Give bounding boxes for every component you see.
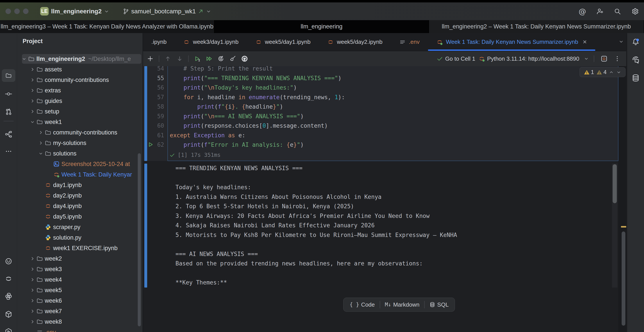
chevron-right-icon[interactable] (28, 67, 36, 72)
tree-folder-solutions[interactable]: solutions (17, 148, 142, 159)
tree-file-day2.ipynb[interactable]: day2.ipynb (17, 190, 142, 201)
tree-file-day5.ipynb[interactable]: day5.ipynb (17, 211, 142, 222)
chevron-right-icon[interactable] (28, 277, 36, 283)
window-controls[interactable] (6, 8, 28, 14)
chevron-right-icon[interactable] (28, 98, 36, 104)
chevron-right-icon[interactable] (28, 308, 36, 314)
settings-icon[interactable] (631, 7, 639, 15)
tree-folder-community-contributions[interactable]: community-contributions (17, 75, 142, 85)
run-cell-button[interactable] (192, 54, 202, 64)
tree-folder-week1[interactable]: week1 (17, 117, 142, 127)
tree-file-solution.py[interactable]: solution.py (17, 232, 142, 243)
editor-tab-week3/day1.ipynb[interactable]: week3/day1.ipynb (175, 33, 247, 51)
tree-folder-setup[interactable]: setup (17, 106, 142, 117)
ai-chat-icon[interactable] (632, 56, 640, 64)
project-badge[interactable]: LE (40, 7, 49, 15)
window-tab-2[interactable]: llm_engineering (214, 20, 429, 33)
add-user-icon[interactable] (596, 8, 604, 15)
chevron-down-icon[interactable] (20, 56, 28, 62)
chevron-right-icon[interactable] (28, 298, 36, 304)
chevron-down-icon[interactable] (37, 151, 45, 156)
chevron-right-icon[interactable] (37, 130, 45, 135)
chevron-right-icon[interactable] (28, 256, 36, 262)
editor-scrollbar-thumb[interactable] (622, 231, 625, 326)
tree-folder-community-contributions[interactable]: community-contributions (17, 127, 142, 138)
tree-folder-llm_engineering2[interactable]: llm_engineering2~/Desktop/llm_e (17, 54, 142, 64)
tree-scrollbar-thumb[interactable] (138, 153, 141, 326)
tree-folder-week6[interactable]: week6 (17, 295, 142, 306)
minimize-window-button[interactable] (14, 8, 20, 14)
chevron-right-icon[interactable] (28, 287, 36, 293)
code-editor[interactable]: # Step 5: Print the result print("=== TR… (170, 66, 345, 150)
notifications-icon[interactable] (632, 38, 640, 46)
chevron-right-icon[interactable] (28, 109, 36, 114)
kernel-selector[interactable]: Python 3.11.14: http://localhost:8890 (478, 55, 589, 62)
strip-pull-request-button[interactable] (2, 106, 15, 118)
add-cell-button[interactable] (145, 54, 155, 64)
editor-tab-.env[interactable]: .env (391, 33, 428, 51)
next-warning-icon[interactable] (616, 70, 622, 75)
chevron-right-icon[interactable] (28, 319, 36, 325)
editor-tab-Week 1 Task: Daily Kenyan News Summarizer.ipynb[interactable]: Week 1 Task: Daily Kenyan News Summarize… (428, 33, 595, 51)
database-icon[interactable] (632, 74, 640, 82)
add-code-cell-button[interactable]: { }Code (345, 298, 380, 312)
warning-stripe-mark[interactable] (621, 226, 626, 228)
tree-folder-guides[interactable]: guides (17, 96, 142, 106)
tree-file-Screenshot 2025-10-24 at[interactable]: Screenshot 2025-10-24 at (17, 159, 142, 169)
tree-folder-week2[interactable]: week2 (17, 253, 142, 264)
chevron-right-icon[interactable] (28, 77, 36, 83)
arrow-down-button[interactable] (174, 54, 185, 64)
tree-file-day4.ipynb[interactable]: day4.ipynb (17, 201, 142, 211)
restart-kernel-button[interactable] (216, 54, 226, 64)
window-tab-1[interactable]: llm_engineering3 – Week 1 Task: Kenyan D… (0, 20, 214, 33)
chevron-right-icon[interactable] (28, 88, 36, 93)
chevron-down-icon[interactable] (28, 119, 36, 125)
branch-widget[interactable]: samuel_bootcamp_wk1 (122, 8, 212, 15)
add-sql-cell-button[interactable]: SQL (425, 298, 454, 312)
chevron-right-icon[interactable] (28, 266, 36, 272)
editor-tab-week5/day2.ipynb[interactable]: week5/day2.ipynb (319, 33, 391, 51)
tree-file-.env[interactable]: .env (17, 327, 142, 332)
more-vertical-icon[interactable] (612, 54, 622, 64)
tree-file-Week 1 Task: Daily Kenyar[interactable]: Week 1 Task: Daily Kenyar (17, 169, 142, 180)
strip-commit-button[interactable] (2, 88, 15, 100)
weak-warning-count[interactable]: 4 (596, 69, 606, 76)
strip-huggingface-button[interactable] (2, 255, 15, 268)
previous-warning-icon[interactable] (609, 70, 614, 75)
tree-folder-week7[interactable]: week7 (17, 306, 142, 317)
close-tab-icon[interactable]: ✕ (582, 39, 587, 45)
strip-python-gray-button[interactable] (2, 290, 15, 303)
run-all-button[interactable] (204, 54, 214, 64)
inspections-widget[interactable]: 14 (580, 67, 626, 77)
tree-folder-week5[interactable]: week5 (17, 285, 142, 295)
mentions-icon[interactable]: @ (579, 7, 586, 16)
strip-jupyter-gray-button[interactable] (2, 272, 15, 285)
tree-file-week1 EXERCISE.ipynb[interactable]: week1 EXERCISE.ipynb (17, 243, 142, 253)
goto-cell-button[interactable]: Go to Cell 1 (436, 55, 475, 62)
project-panel-header[interactable]: Project (22, 38, 45, 45)
editor-tab-week5/day1.ipynb[interactable]: week5/day1.ipynb (247, 33, 319, 51)
jupyter-console-icon[interactable] (599, 54, 609, 64)
tree-folder-week8[interactable]: week8 (17, 317, 142, 327)
tree-folder-week4[interactable]: week4 (17, 274, 142, 285)
window-tab-3[interactable]: llm_engineering2 – Week 1 Task: Daily Ke… (429, 20, 644, 33)
strip-project-folder-button[interactable] (2, 69, 15, 82)
tree-folder-extras[interactable]: extras (17, 85, 142, 96)
strip-more-dots-button[interactable] (2, 145, 15, 158)
github-button[interactable] (240, 54, 250, 64)
clear-outputs-button[interactable] (228, 54, 238, 64)
arrow-up-button[interactable] (163, 54, 173, 64)
tree-file-day1.ipynb[interactable]: day1.ipynb (17, 180, 142, 190)
tree-folder-assets[interactable]: assets (17, 64, 142, 75)
strip-structure-button[interactable] (2, 128, 15, 141)
tree-folder-week3[interactable]: week3 (17, 264, 142, 274)
close-window-button[interactable] (6, 8, 11, 14)
strip-package-button[interactable] (2, 308, 15, 321)
chevron-right-icon[interactable] (37, 140, 45, 146)
output-scrollbar-thumb[interactable] (613, 164, 617, 203)
tree-file-scraper.py[interactable]: scraper.py (17, 222, 142, 232)
strip-hexagon-play-button[interactable] (2, 326, 15, 332)
add-markdown-cell-button[interactable]: M↓Markdown (380, 298, 424, 312)
zoom-window-button[interactable] (23, 8, 28, 14)
editor-tab-.ipynb[interactable]: .ipynb (143, 33, 175, 51)
